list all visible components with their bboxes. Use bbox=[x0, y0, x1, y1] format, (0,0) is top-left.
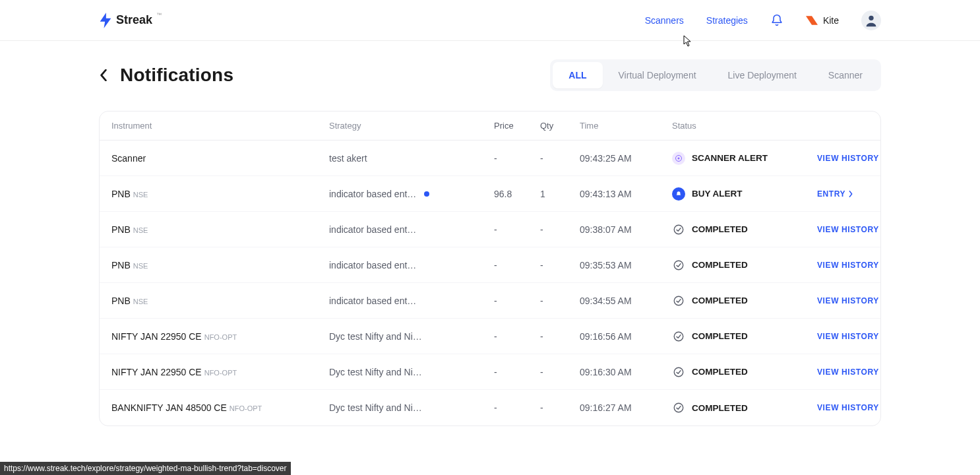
action-label: VIEW HISTORY bbox=[817, 261, 879, 270]
nav-strategies[interactable]: Strategies bbox=[706, 15, 748, 26]
col-header-time: Time bbox=[580, 121, 672, 131]
brand-tm: ™ bbox=[156, 12, 162, 18]
status-text: SCANNER ALERT bbox=[692, 153, 768, 163]
col-header-qty: Qty bbox=[540, 121, 580, 131]
instrument-exchange: NFO-OPT bbox=[204, 333, 237, 341]
page-title: Notifications bbox=[120, 65, 233, 86]
app-header: Streak™ Scanners Strategies Kite bbox=[0, 0, 980, 41]
table-header: Instrument Strategy Price Qty Time Statu… bbox=[100, 111, 880, 141]
status-cell: COMPLETED bbox=[672, 330, 817, 343]
kite-toggle[interactable]: Kite bbox=[806, 15, 839, 26]
price-cell: - bbox=[494, 260, 540, 270]
qty-cell: - bbox=[540, 367, 580, 377]
instrument-name: PNB bbox=[111, 296, 131, 306]
instrument-name: BANKNIFTY JAN 48500 CE bbox=[111, 402, 227, 413]
notifications-bell-button[interactable] bbox=[770, 14, 783, 27]
col-header-strategy: Strategy bbox=[329, 121, 494, 131]
completed-check-icon bbox=[672, 294, 685, 307]
completed-check-icon bbox=[672, 259, 685, 272]
tab-live-deployment[interactable]: Live Deployment bbox=[712, 62, 812, 88]
browser-status-url: https://www.streak.tech/explore/strategy… bbox=[0, 462, 291, 475]
table-row: NIFTY JAN 22950 CENFO-OPTDyc test Nifty … bbox=[100, 354, 880, 390]
status-cell: COMPLETED bbox=[672, 223, 817, 236]
strategy-name: test akert bbox=[329, 153, 367, 164]
instrument-exchange: NSE bbox=[133, 226, 148, 234]
status-cell: COMPLETED bbox=[672, 259, 817, 272]
table-row: PNBNSEindicator based ent…--09:35:53 AMC… bbox=[100, 247, 880, 283]
col-header-status: Status bbox=[672, 121, 817, 131]
table-row: BANKNIFTY JAN 48500 CENFO-OPTDyc test Ni… bbox=[100, 390, 880, 426]
svg-point-3 bbox=[674, 225, 683, 234]
status-cell: COMPLETED bbox=[672, 294, 817, 307]
qty-cell: - bbox=[540, 402, 580, 413]
time-cell: 09:38:07 AM bbox=[580, 224, 672, 235]
chevron-left-icon bbox=[99, 69, 108, 81]
kite-label: Kite bbox=[823, 15, 839, 26]
qty-cell: - bbox=[540, 153, 580, 164]
instrument-name: PNB bbox=[111, 260, 131, 270]
table-row: NIFTY JAN 22950 CENFO-OPTDyc test Nifty … bbox=[100, 319, 880, 354]
price-cell: - bbox=[494, 331, 540, 342]
view-history-button[interactable]: VIEW HISTORY bbox=[817, 261, 881, 270]
instrument-name: Scanner bbox=[111, 153, 146, 164]
status-cell: COMPLETED bbox=[672, 365, 817, 379]
table-row: PNBNSEindicator based ent…--09:34:55 AMC… bbox=[100, 283, 880, 319]
view-history-button[interactable]: VIEW HISTORY bbox=[817, 332, 881, 341]
strategy-name: Dyc test Nifty and Ni… bbox=[329, 367, 422, 377]
price-cell: - bbox=[494, 367, 540, 377]
chevron-right-icon bbox=[848, 191, 853, 197]
tab-virtual-deployment[interactable]: Virtual Deployment bbox=[603, 62, 712, 88]
col-header-instrument: Instrument bbox=[111, 121, 329, 131]
filter-tabs: ALLVirtual DeploymentLive DeploymentScan… bbox=[550, 59, 881, 91]
time-cell: 09:43:25 AM bbox=[580, 153, 672, 164]
status-text: COMPLETED bbox=[692, 224, 748, 234]
instrument-exchange: NFO-OPT bbox=[230, 404, 262, 412]
back-button[interactable] bbox=[99, 69, 108, 81]
action-label: ENTRY bbox=[817, 189, 845, 199]
time-cell: 09:43:13 AM bbox=[580, 189, 672, 199]
table-row: PNBNSEindicator based ent…--09:38:07 AMC… bbox=[100, 212, 880, 247]
price-cell: - bbox=[494, 296, 540, 306]
svg-point-7 bbox=[674, 367, 683, 377]
brand-logo[interactable]: Streak™ bbox=[99, 13, 162, 28]
instrument-exchange: NSE bbox=[133, 262, 148, 270]
nav-scanners[interactable]: Scanners bbox=[645, 15, 684, 26]
view-history-button[interactable]: VIEW HISTORY bbox=[817, 296, 881, 305]
price-cell: 96.8 bbox=[494, 189, 540, 199]
price-cell: - bbox=[494, 224, 540, 235]
view-history-button[interactable]: VIEW HISTORY bbox=[817, 367, 881, 377]
view-history-button[interactable]: VIEW HISTORY bbox=[817, 225, 881, 234]
action-label: VIEW HISTORY bbox=[817, 367, 879, 377]
instrument-exchange: NFO-OPT bbox=[204, 369, 237, 377]
instrument-name: NIFTY JAN 22950 CE bbox=[111, 331, 202, 342]
action-label: VIEW HISTORY bbox=[817, 154, 879, 163]
strategy-name: indicator based ent… bbox=[329, 260, 416, 270]
svg-point-8 bbox=[674, 403, 683, 412]
status-text: COMPLETED bbox=[692, 296, 748, 305]
qty-cell: - bbox=[540, 331, 580, 342]
tab-scanner[interactable]: Scanner bbox=[812, 62, 878, 88]
time-cell: 09:16:56 AM bbox=[580, 331, 672, 342]
instrument-name: PNB bbox=[111, 224, 131, 235]
svg-point-4 bbox=[674, 261, 683, 270]
scanner-alert-icon bbox=[672, 152, 685, 165]
view-history-button[interactable]: VIEW HISTORY bbox=[817, 154, 881, 163]
streak-bolt-icon bbox=[99, 13, 112, 28]
user-avatar[interactable] bbox=[861, 11, 881, 30]
status-cell: BUY ALERT bbox=[672, 187, 817, 201]
instrument-exchange: NSE bbox=[133, 298, 148, 305]
entry-button[interactable]: ENTRY bbox=[817, 189, 881, 199]
strategy-name: Dyc test Nifty and Ni… bbox=[329, 331, 422, 342]
bell-icon bbox=[770, 14, 783, 27]
table-row: PNBNSEindicator based ent…96.8109:43:13 … bbox=[100, 176, 880, 212]
view-history-button[interactable]: VIEW HISTORY bbox=[817, 403, 881, 412]
strategy-name: indicator based ent… bbox=[329, 296, 416, 306]
qty-cell: - bbox=[540, 296, 580, 306]
table-row: Scannertest akert--09:43:25 AMSCANNER AL… bbox=[100, 141, 880, 176]
instrument-name: NIFTY JAN 22950 CE bbox=[111, 367, 202, 377]
tab-all[interactable]: ALL bbox=[553, 62, 602, 88]
status-text: COMPLETED bbox=[692, 403, 748, 413]
status-text: BUY ALERT bbox=[692, 189, 743, 199]
time-cell: 09:16:30 AM bbox=[580, 367, 672, 377]
status-text: COMPLETED bbox=[692, 331, 748, 341]
